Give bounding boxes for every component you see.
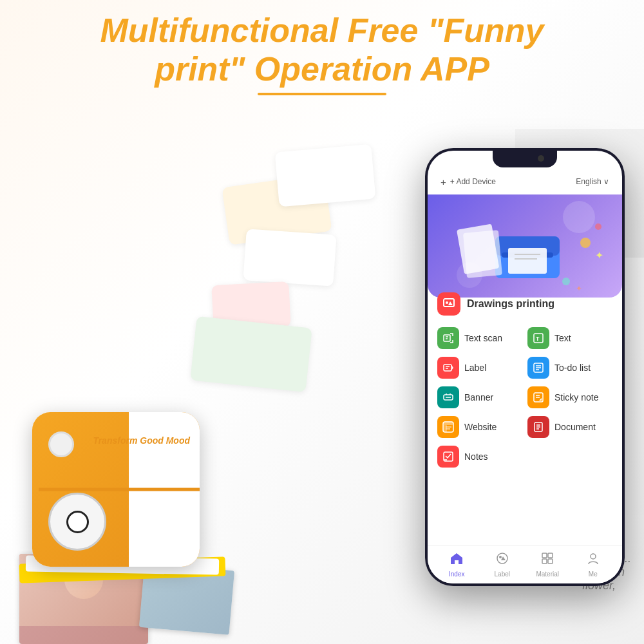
feature-notes[interactable]: Notes [437,446,522,468]
svg-rect-17 [444,335,450,341]
notes-label: Notes [464,451,488,462]
nav-index-label: Index [449,571,464,578]
nav-label[interactable]: Label [480,551,526,578]
plus-icon: + [440,176,446,187]
document-label: Document [554,422,596,432]
svg-point-16 [446,301,448,304]
drawings-printing-label: Drawings printing [467,298,554,310]
svg-point-12 [562,278,570,285]
home-icon [450,551,464,569]
feature-text-scan[interactable]: Text scan [437,327,522,349]
phone-screen: + + Add Device English ∨ [428,151,622,583]
website-label: Website [464,422,497,432]
feature-sticky[interactable]: Sticky note [527,386,612,408]
nav-me[interactable]: Me [571,551,616,578]
app-header: + + Add Device English ∨ [428,169,622,194]
text-scan-label: Text scan [464,333,502,343]
language-label: English ∨ [576,177,609,186]
add-device-button[interactable]: + + Add Device [440,176,496,187]
banner-label: Banner [464,392,493,402]
camera [538,155,544,162]
text-icon: T [527,327,549,349]
nav-label-label: Label [495,571,510,578]
banner-icon [437,386,459,408]
banner-illustration: ✦ ✦ [437,198,618,294]
phone-notch [493,151,557,167]
svg-rect-50 [548,559,553,564]
label-label: Label [464,363,486,373]
svg-rect-22 [444,365,451,371]
svg-text:✦: ✦ [595,250,603,261]
svg-point-46 [499,556,502,558]
svg-rect-47 [542,553,547,558]
svg-point-10 [580,238,591,248]
features-grid: Text scan T Text [437,327,612,468]
svg-point-51 [591,554,596,559]
feature-todo[interactable]: To-do list [527,357,612,379]
svg-point-11 [595,223,601,230]
sticky-label: Sticky note [554,392,598,402]
label-icon [437,357,459,379]
feature-banner[interactable]: Banner [437,386,522,408]
nav-material-label: Material [536,571,559,578]
svg-rect-5 [508,248,547,274]
nav-material[interactable]: Material [525,551,571,578]
nav-index[interactable]: Index [434,551,480,578]
drawings-printing-section: Drawings printing [437,292,612,316]
feature-document[interactable]: Document [527,416,612,438]
sticky-icon [527,386,549,408]
svg-text:T: T [536,336,540,342]
add-device-label: + Add Device [450,177,496,186]
phone-body: + + Add Device English ∨ [425,148,625,586]
title-underline [258,93,386,95]
drawings-icon [437,292,460,316]
main-title: Multifunctional Free "Funny print" Opera… [0,12,644,89]
text-scan-icon [437,327,459,349]
language-selector[interactable]: English ∨ [576,177,609,186]
page-title-container: Multifunctional Free "Funny print" Opera… [0,12,644,95]
svg-rect-15 [444,299,454,307]
app-banner: ✦ ✦ [428,194,622,298]
feature-label[interactable]: Label [437,357,522,379]
phone-device: + + Add Device English ∨ [425,148,625,586]
app-content: Drawings printing [428,292,622,545]
material-icon [540,551,554,569]
nav-me-label: Me [589,571,598,578]
todo-icon [527,357,549,379]
svg-rect-49 [542,559,547,564]
todo-label: To-do list [554,363,591,373]
bottom-nav: Index Label [428,545,622,583]
printer-device: Transform Good Mood [19,322,264,592]
printer-body: Transform Good Mood [32,412,200,567]
website-icon [437,416,459,438]
svg-rect-48 [548,553,553,558]
me-icon [586,551,600,569]
text-label: Text [554,333,571,343]
feature-text[interactable]: T Text [527,327,612,349]
svg-point-0 [563,201,595,233]
feature-website[interactable]: Website [437,416,522,438]
notes-icon [437,446,459,468]
label-nav-icon [495,551,509,569]
svg-rect-35 [443,422,453,425]
document-icon [527,416,549,438]
svg-rect-9 [463,230,502,278]
printer-label: Transform Good Mood [93,435,190,448]
svg-text:✦: ✦ [576,284,582,293]
